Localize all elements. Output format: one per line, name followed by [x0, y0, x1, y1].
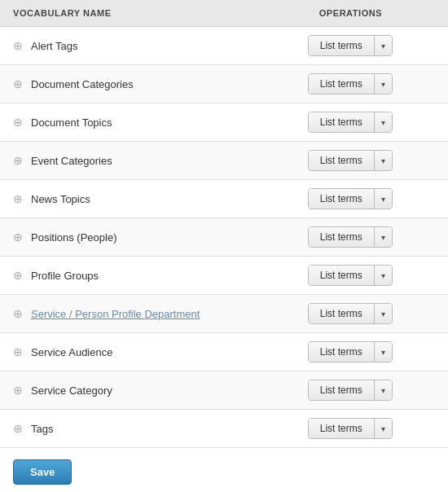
list-terms-button[interactable]: List terms: [309, 266, 375, 285]
drag-handle-icon[interactable]: ⊕: [13, 77, 23, 90]
footer: Save: [0, 448, 448, 492]
table-row: ⊕Service CategoryList terms▾: [0, 371, 448, 410]
table-row: ⊕TagsList terms▾: [0, 410, 448, 448]
list-terms-button[interactable]: List terms: [309, 380, 375, 400]
dropdown-arrow-button[interactable]: ▾: [375, 151, 392, 170]
list-terms-button[interactable]: List terms: [309, 304, 375, 323]
drag-handle-icon[interactable]: ⊕: [13, 345, 23, 358]
table-header: VOCABULARY NAME OPERATIONS: [0, 0, 448, 27]
vocab-name-label: Alert Tags: [31, 40, 78, 52]
vocab-name-label: Document Categories: [31, 78, 134, 90]
vocab-name-label: Service / Person Profile Department: [31, 308, 200, 320]
table-row: ⊕News TopicsList terms▾: [0, 180, 448, 218]
list-terms-button[interactable]: List terms: [309, 112, 375, 132]
dropdown-arrow-button[interactable]: ▾: [375, 36, 392, 55]
list-terms-button[interactable]: List terms: [309, 74, 375, 94]
table-row: ⊕Document TopicsList terms▾: [0, 103, 448, 142]
table-row: ⊕Alert TagsList terms▾: [0, 27, 448, 65]
table-row: ⊕Service AudienceList terms▾: [0, 333, 448, 371]
list-terms-button[interactable]: List terms: [309, 419, 375, 438]
drag-handle-icon[interactable]: ⊕: [13, 422, 23, 435]
list-terms-button[interactable]: List terms: [309, 227, 375, 247]
table-row: ⊕Profile GroupsList terms▾: [0, 257, 448, 295]
drag-handle-icon[interactable]: ⊕: [13, 269, 23, 282]
drag-handle-icon[interactable]: ⊕: [13, 384, 23, 397]
drag-handle-icon[interactable]: ⊕: [13, 116, 23, 129]
dropdown-arrow-button[interactable]: ▾: [375, 419, 392, 438]
vocab-name-label: News Topics: [31, 193, 90, 205]
vocab-name-label: Service Audience: [31, 346, 112, 358]
drag-handle-icon[interactable]: ⊕: [13, 192, 23, 205]
dropdown-arrow-button[interactable]: ▾: [375, 227, 392, 247]
table-row: ⊕Document CategoriesList terms▾: [0, 65, 448, 103]
dropdown-arrow-button[interactable]: ▾: [375, 74, 392, 94]
vocab-name-label: Document Topics: [31, 116, 112, 129]
dropdown-arrow-button[interactable]: ▾: [375, 342, 392, 362]
list-terms-button[interactable]: List terms: [309, 151, 375, 170]
operations-header: OPERATIONS: [295, 0, 448, 27]
dropdown-arrow-button[interactable]: ▾: [375, 112, 392, 132]
drag-handle-icon[interactable]: ⊕: [13, 154, 23, 167]
table-row: ⊕Positions (People)List terms▾: [0, 218, 448, 257]
list-terms-button[interactable]: List terms: [309, 342, 375, 362]
save-button[interactable]: Save: [13, 459, 72, 485]
list-terms-button[interactable]: List terms: [309, 189, 375, 209]
drag-handle-icon[interactable]: ⊕: [13, 307, 23, 320]
vocab-name-label: Profile Groups: [31, 270, 99, 282]
vocab-name-label: Event Categories: [31, 155, 112, 167]
vocab-name-label: Tags: [31, 423, 53, 435]
vocab-name-label: Service Category: [31, 384, 112, 397]
drag-handle-icon[interactable]: ⊕: [13, 231, 23, 244]
vocab-name-header: VOCABULARY NAME: [0, 0, 295, 27]
list-terms-button[interactable]: List terms: [309, 36, 375, 55]
dropdown-arrow-button[interactable]: ▾: [375, 189, 392, 209]
vocab-name-label: Positions (People): [31, 231, 117, 244]
dropdown-arrow-button[interactable]: ▾: [375, 380, 392, 400]
drag-handle-icon[interactable]: ⊕: [13, 39, 23, 52]
table-row: ⊕Service / Person Profile DepartmentList…: [0, 295, 448, 333]
table-row: ⊕Event CategoriesList terms▾: [0, 142, 448, 180]
dropdown-arrow-button[interactable]: ▾: [375, 266, 392, 285]
dropdown-arrow-button[interactable]: ▾: [375, 304, 392, 323]
